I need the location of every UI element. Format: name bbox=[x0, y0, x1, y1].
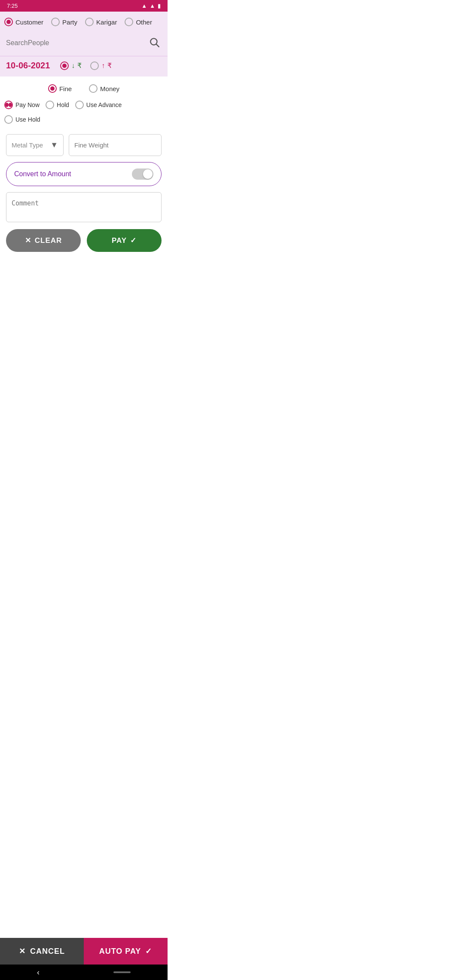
radio-label-other: Other bbox=[136, 18, 152, 26]
radio-fine[interactable]: Fine bbox=[48, 84, 72, 93]
radio-customer[interactable]: Customer bbox=[4, 18, 43, 26]
status-bar: 7:25 ▲ ▲ ▮ bbox=[0, 0, 168, 12]
pay-button[interactable]: PAY bbox=[87, 229, 162, 252]
date-radio-debit bbox=[60, 61, 69, 70]
fine-weight-input[interactable] bbox=[69, 134, 162, 156]
search-icon bbox=[149, 37, 160, 48]
pay-check-icon bbox=[130, 236, 137, 245]
use-hold-label: Use Hold bbox=[15, 116, 40, 123]
pay-label: PAY bbox=[112, 236, 127, 245]
search-input[interactable] bbox=[6, 39, 147, 47]
pay-now-label: Pay Now bbox=[15, 101, 40, 108]
date-radio-credit bbox=[90, 61, 99, 70]
metal-type-label: Metal Type bbox=[12, 141, 43, 149]
arrow-down-icon: ↓ bbox=[71, 62, 75, 70]
wifi-icon: ▲ bbox=[141, 3, 147, 9]
radio-circle-karigar bbox=[85, 18, 94, 26]
radio-party[interactable]: Party bbox=[51, 18, 77, 26]
content-spacer bbox=[0, 260, 168, 321]
radio-circle-money bbox=[89, 84, 98, 93]
radio-use-hold bbox=[4, 115, 13, 124]
payment-use-advance[interactable]: Use Advance bbox=[75, 101, 122, 109]
convert-toggle[interactable] bbox=[132, 168, 153, 180]
radio-circle-party bbox=[51, 18, 60, 26]
radio-pay-now bbox=[4, 101, 13, 109]
toggle-knob bbox=[143, 169, 153, 179]
rupee-credit-icon: ₹ bbox=[107, 61, 112, 70]
radio-circle-customer bbox=[4, 18, 13, 26]
clear-label: CLEAR bbox=[35, 236, 62, 245]
comment-input[interactable] bbox=[6, 192, 162, 222]
rupee-debit-icon: ₹ bbox=[77, 61, 82, 70]
date-display[interactable]: 10-06-2021 bbox=[6, 61, 50, 70]
payment-options-row: Pay Now Hold Use Advance Use Hold bbox=[0, 98, 168, 130]
radio-label-party: Party bbox=[62, 18, 77, 26]
type-radio-row: Customer Party Karigar Other bbox=[0, 12, 168, 32]
radio-label-money: Money bbox=[100, 85, 119, 92]
svg-line-1 bbox=[156, 44, 159, 47]
form-area: Metal Type ▼ Convert to Amount bbox=[0, 130, 168, 227]
date-options: ↓ ₹ ↑ ₹ bbox=[60, 61, 112, 70]
payment-use-hold[interactable]: Use Hold bbox=[4, 115, 40, 124]
status-icons: ▲ ▲ ▮ bbox=[141, 3, 161, 9]
convert-label: Convert to Amount bbox=[14, 170, 71, 178]
metal-type-dropdown[interactable]: Metal Type ▼ bbox=[6, 134, 64, 156]
search-bar bbox=[0, 32, 168, 56]
signal-icon: ▲ bbox=[150, 3, 155, 9]
radio-label-karigar: Karigar bbox=[96, 18, 117, 26]
radio-money[interactable]: Money bbox=[89, 84, 119, 93]
convert-to-amount-row: Convert to Amount bbox=[6, 162, 162, 186]
battery-icon: ▮ bbox=[158, 3, 161, 9]
radio-use-advance bbox=[75, 101, 84, 109]
time: 7:25 bbox=[7, 3, 18, 9]
search-button[interactable] bbox=[147, 35, 162, 51]
date-option-debit[interactable]: ↓ ₹ bbox=[60, 61, 82, 70]
fine-money-row: Fine Money bbox=[0, 77, 168, 98]
use-advance-label: Use Advance bbox=[86, 101, 122, 108]
date-row: 10-06-2021 ↓ ₹ ↑ ₹ bbox=[0, 56, 168, 77]
clear-x-icon bbox=[25, 236, 31, 245]
radio-hold bbox=[46, 101, 54, 109]
radio-circle-other bbox=[125, 18, 133, 26]
action-buttons: CLEAR PAY bbox=[0, 227, 168, 260]
radio-other[interactable]: Other bbox=[125, 18, 152, 26]
radio-circle-fine bbox=[48, 84, 57, 93]
hold-label: Hold bbox=[57, 101, 69, 108]
radio-karigar[interactable]: Karigar bbox=[85, 18, 117, 26]
date-option-credit[interactable]: ↑ ₹ bbox=[90, 61, 112, 70]
radio-label-customer: Customer bbox=[15, 18, 43, 26]
payment-hold[interactable]: Hold bbox=[46, 101, 69, 109]
metal-fine-row: Metal Type ▼ bbox=[6, 134, 162, 156]
payment-pay-now[interactable]: Pay Now bbox=[4, 101, 40, 109]
dropdown-chevron-icon: ▼ bbox=[50, 141, 58, 150]
clear-button[interactable]: CLEAR bbox=[6, 229, 81, 252]
radio-label-fine: Fine bbox=[59, 85, 72, 92]
arrow-up-icon: ↑ bbox=[101, 62, 105, 70]
